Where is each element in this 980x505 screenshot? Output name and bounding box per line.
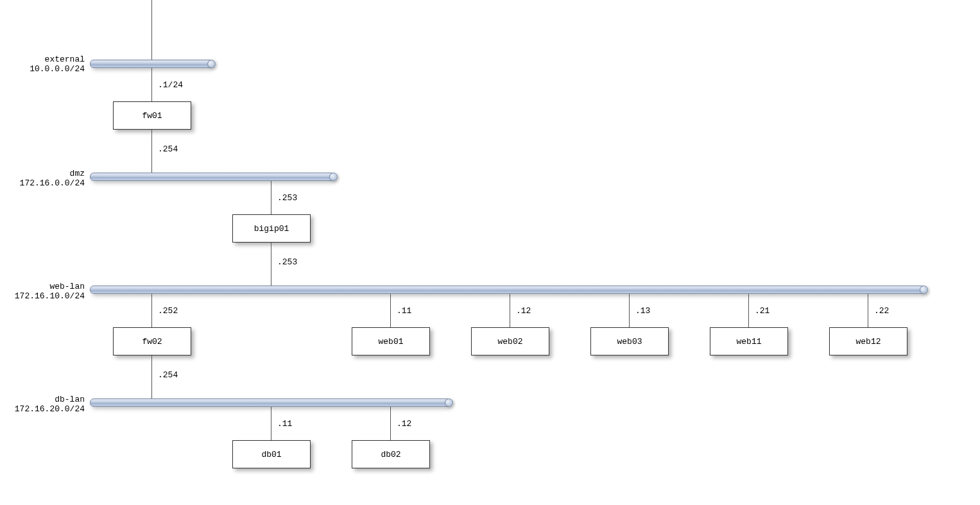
bus-label-weblan: web-lan 172.16.10.0/24 [15, 282, 85, 301]
bus-cap-icon [445, 398, 453, 407]
bus-name: dmz [20, 169, 85, 178]
bus-label-dblan: db-lan 172.16.20.0/24 [15, 395, 85, 414]
bus-cidr: 172.16.10.0/24 [15, 291, 85, 301]
connector-line [390, 407, 391, 440]
node-label: db01 [261, 450, 281, 459]
ip-label: .13 [635, 306, 650, 316]
ip-label: .11 [277, 419, 292, 429]
connector-line [271, 243, 271, 286]
node-web11: web11 [710, 327, 788, 355]
bus-name: db-lan [15, 395, 85, 404]
connector-line [868, 294, 868, 327]
node-fw02: fw02 [113, 327, 191, 355]
ip-label: .22 [874, 306, 889, 316]
node-web01: web01 [352, 327, 430, 355]
connector-line [151, 294, 152, 327]
bus-dmz [90, 173, 335, 181]
bus-cap-icon [329, 173, 338, 181]
ip-label: .253 [277, 257, 297, 267]
connector-line [390, 294, 391, 327]
bus-weblan [90, 286, 925, 294]
connector-line [629, 294, 630, 327]
ip-label: .254 [158, 370, 178, 380]
ip-label: .11 [397, 306, 411, 316]
connector-line [151, 355, 152, 398]
node-label: bigip01 [254, 224, 289, 234]
bus-cap-icon [920, 286, 928, 294]
bus-name: web-lan [15, 282, 85, 291]
connector-line [271, 181, 271, 214]
ip-label: .12 [516, 306, 531, 316]
node-label: web03 [617, 337, 642, 347]
node-web03: web03 [590, 327, 669, 355]
node-label: web11 [736, 337, 761, 347]
ip-label: .1/24 [158, 80, 183, 90]
node-label: fw01 [142, 111, 162, 121]
bus-dblan [90, 398, 451, 407]
network-diagram: external 10.0.0.0/24 .1/24 fw01 .254 dmz… [0, 0, 980, 505]
node-bigip01: bigip01 [232, 214, 311, 243]
node-web02: web02 [471, 327, 549, 355]
ip-label: .254 [158, 144, 178, 154]
ip-label: .12 [397, 419, 411, 429]
node-label: fw02 [142, 337, 162, 347]
node-db02: db02 [352, 440, 430, 468]
bus-cidr: 10.0.0.0/24 [30, 64, 85, 74]
node-label: db02 [381, 450, 400, 459]
ip-label: .253 [277, 193, 297, 203]
node-web12: web12 [829, 327, 907, 355]
connector-line [510, 294, 510, 327]
connector-line [151, 0, 152, 60]
bus-cidr: 172.16.0.0/24 [20, 178, 85, 188]
ip-label: .21 [755, 306, 769, 316]
bus-external [90, 60, 213, 68]
node-fw01: fw01 [113, 101, 191, 130]
bus-cap-icon [207, 60, 216, 68]
bus-label-dmz: dmz 172.16.0.0/24 [20, 169, 85, 188]
connector-line [151, 130, 152, 173]
connector-line [748, 294, 749, 327]
node-label: web12 [855, 337, 881, 347]
connector-line [151, 68, 152, 101]
node-label: web01 [378, 337, 403, 347]
node-db01: db01 [232, 440, 311, 468]
bus-cidr: 172.16.20.0/24 [15, 404, 85, 414]
bus-label-external: external 10.0.0.0/24 [30, 55, 85, 74]
ip-label: .252 [158, 306, 178, 316]
node-label: web02 [497, 337, 522, 347]
connector-line [271, 407, 271, 440]
bus-name: external [30, 55, 85, 64]
